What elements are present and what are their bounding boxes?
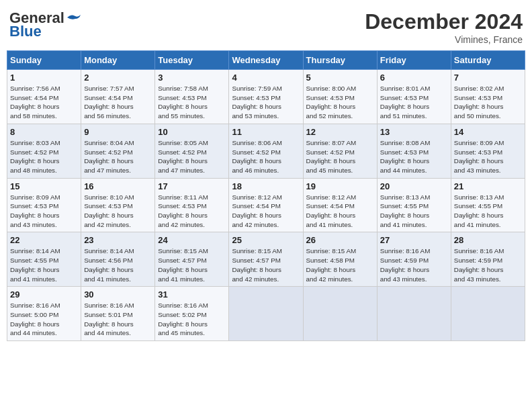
day-number: 8 xyxy=(10,127,78,137)
calendar-cell: 27Sunrise: 8:16 AMSunset: 4:59 PMDayligh… xyxy=(377,232,451,287)
day-number: 5 xyxy=(306,73,374,83)
cell-info: Sunrise: 8:13 AMSunset: 4:55 PMDaylight:… xyxy=(380,193,448,230)
day-number: 27 xyxy=(380,235,448,245)
cell-info: Sunrise: 8:12 AMSunset: 4:54 PMDaylight:… xyxy=(306,193,374,230)
cell-info: Sunrise: 8:04 AMSunset: 4:52 PMDaylight:… xyxy=(84,138,152,175)
location-subtitle: Vimines, France xyxy=(365,34,523,45)
calendar-cell: 5Sunrise: 8:00 AMSunset: 4:53 PMDaylight… xyxy=(303,70,377,124)
week-row-3: 15Sunrise: 8:09 AMSunset: 4:53 PMDayligh… xyxy=(7,178,525,232)
calendar-cell: 7Sunrise: 8:02 AMSunset: 4:53 PMDaylight… xyxy=(451,70,525,124)
day-number: 2 xyxy=(84,73,152,83)
cell-info: Sunrise: 8:14 AMSunset: 4:55 PMDaylight:… xyxy=(10,246,78,283)
cell-info: Sunrise: 8:02 AMSunset: 4:53 PMDaylight:… xyxy=(454,84,522,121)
cell-info: Sunrise: 8:16 AMSunset: 5:00 PMDaylight:… xyxy=(10,301,78,338)
calendar-cell: 3Sunrise: 7:58 AMSunset: 4:53 PMDaylight… xyxy=(155,70,229,124)
calendar-cell: 21Sunrise: 8:13 AMSunset: 4:55 PMDayligh… xyxy=(451,178,525,232)
calendar-cell: 17Sunrise: 8:11 AMSunset: 4:53 PMDayligh… xyxy=(155,178,229,232)
calendar-cell: 16Sunrise: 8:10 AMSunset: 4:53 PMDayligh… xyxy=(81,178,155,232)
day-number: 9 xyxy=(84,127,152,137)
logo: General Blue xyxy=(9,9,81,40)
day-number: 24 xyxy=(158,235,226,245)
cell-info: Sunrise: 8:08 AMSunset: 4:53 PMDaylight:… xyxy=(380,138,448,175)
header-monday: Monday xyxy=(81,51,155,70)
calendar-cell xyxy=(303,287,377,341)
day-number: 19 xyxy=(306,181,374,191)
title-area: December 2024 Vimines, France xyxy=(365,9,523,45)
day-number: 6 xyxy=(380,73,448,83)
day-number: 11 xyxy=(232,127,300,137)
day-number: 1 xyxy=(10,73,78,83)
day-number: 26 xyxy=(306,235,374,245)
day-number: 30 xyxy=(84,289,152,300)
calendar-cell: 1Sunrise: 7:56 AMSunset: 4:54 PMDaylight… xyxy=(7,70,81,124)
cell-info: Sunrise: 8:00 AMSunset: 4:53 PMDaylight:… xyxy=(306,84,374,121)
calendar-cell: 6Sunrise: 8:01 AMSunset: 4:53 PMDaylight… xyxy=(377,70,451,124)
calendar-cell: 29Sunrise: 8:16 AMSunset: 5:00 PMDayligh… xyxy=(7,287,81,341)
day-number: 16 xyxy=(84,181,152,191)
calendar-cell: 10Sunrise: 8:05 AMSunset: 4:52 PMDayligh… xyxy=(155,124,229,178)
calendar-cell: 15Sunrise: 8:09 AMSunset: 4:53 PMDayligh… xyxy=(7,178,81,232)
day-number: 22 xyxy=(10,235,78,245)
cell-info: Sunrise: 8:15 AMSunset: 4:57 PMDaylight:… xyxy=(232,246,300,283)
cell-info: Sunrise: 8:15 AMSunset: 4:57 PMDaylight:… xyxy=(158,246,226,283)
cell-info: Sunrise: 7:58 AMSunset: 4:53 PMDaylight:… xyxy=(158,84,226,121)
week-row-1: 1Sunrise: 7:56 AMSunset: 4:54 PMDaylight… xyxy=(7,70,525,124)
cell-info: Sunrise: 8:05 AMSunset: 4:52 PMDaylight:… xyxy=(158,138,226,175)
cell-info: Sunrise: 7:59 AMSunset: 4:53 PMDaylight:… xyxy=(232,84,300,121)
cell-info: Sunrise: 8:15 AMSunset: 4:58 PMDaylight:… xyxy=(306,246,374,283)
cell-info: Sunrise: 8:03 AMSunset: 4:52 PMDaylight:… xyxy=(10,138,78,175)
calendar-cell: 12Sunrise: 8:07 AMSunset: 4:52 PMDayligh… xyxy=(303,124,377,178)
logo-bird-icon xyxy=(66,12,81,24)
calendar-cell: 13Sunrise: 8:08 AMSunset: 4:53 PMDayligh… xyxy=(377,124,451,178)
header-friday: Friday xyxy=(377,51,451,70)
calendar-cell: 30Sunrise: 8:16 AMSunset: 5:01 PMDayligh… xyxy=(81,287,155,341)
calendar-cell: 20Sunrise: 8:13 AMSunset: 4:55 PMDayligh… xyxy=(377,178,451,232)
page-header: General Blue December 2024 Vimines, Fran… xyxy=(7,7,525,45)
day-number: 4 xyxy=(232,73,300,83)
cell-info: Sunrise: 8:14 AMSunset: 4:56 PMDaylight:… xyxy=(84,246,152,283)
calendar-cell: 26Sunrise: 8:15 AMSunset: 4:58 PMDayligh… xyxy=(303,232,377,287)
cell-info: Sunrise: 8:16 AMSunset: 4:59 PMDaylight:… xyxy=(380,246,448,283)
day-number: 17 xyxy=(158,181,226,191)
calendar-cell: 28Sunrise: 8:16 AMSunset: 4:59 PMDayligh… xyxy=(451,232,525,287)
cell-info: Sunrise: 8:01 AMSunset: 4:53 PMDaylight:… xyxy=(380,84,448,121)
calendar-cell: 2Sunrise: 7:57 AMSunset: 4:54 PMDaylight… xyxy=(81,70,155,124)
calendar-cell: 25Sunrise: 8:15 AMSunset: 4:57 PMDayligh… xyxy=(229,232,303,287)
cell-info: Sunrise: 8:11 AMSunset: 4:53 PMDaylight:… xyxy=(158,193,226,230)
calendar-cell: 9Sunrise: 8:04 AMSunset: 4:52 PMDaylight… xyxy=(81,124,155,178)
calendar-cell xyxy=(377,287,451,341)
day-number: 23 xyxy=(84,235,152,245)
day-number: 28 xyxy=(454,235,522,245)
calendar-header-row: SundayMondayTuesdayWednesdayThursdayFrid… xyxy=(7,51,525,70)
day-number: 10 xyxy=(158,127,226,137)
calendar-cell: 31Sunrise: 8:16 AMSunset: 5:02 PMDayligh… xyxy=(155,287,229,341)
calendar-cell: 22Sunrise: 8:14 AMSunset: 4:55 PMDayligh… xyxy=(7,232,81,287)
cell-info: Sunrise: 8:09 AMSunset: 4:53 PMDaylight:… xyxy=(10,193,78,230)
calendar-cell: 24Sunrise: 8:15 AMSunset: 4:57 PMDayligh… xyxy=(155,232,229,287)
calendar-cell: 11Sunrise: 8:06 AMSunset: 4:52 PMDayligh… xyxy=(229,124,303,178)
week-row-2: 8Sunrise: 8:03 AMSunset: 4:52 PMDaylight… xyxy=(7,124,525,178)
cell-info: Sunrise: 7:57 AMSunset: 4:54 PMDaylight:… xyxy=(84,84,152,121)
calendar-cell: 23Sunrise: 8:14 AMSunset: 4:56 PMDayligh… xyxy=(81,232,155,287)
header-thursday: Thursday xyxy=(303,51,377,70)
day-number: 20 xyxy=(380,181,448,191)
day-number: 15 xyxy=(10,181,78,191)
calendar-cell: 18Sunrise: 8:12 AMSunset: 4:54 PMDayligh… xyxy=(229,178,303,232)
day-number: 7 xyxy=(454,73,522,83)
header-sunday: Sunday xyxy=(7,51,81,70)
calendar-cell: 4Sunrise: 7:59 AMSunset: 4:53 PMDaylight… xyxy=(229,70,303,124)
week-row-4: 22Sunrise: 8:14 AMSunset: 4:55 PMDayligh… xyxy=(7,232,525,287)
cell-info: Sunrise: 8:06 AMSunset: 4:52 PMDaylight:… xyxy=(232,138,300,175)
cell-info: Sunrise: 8:16 AMSunset: 4:59 PMDaylight:… xyxy=(454,246,522,283)
calendar-cell: 14Sunrise: 8:09 AMSunset: 4:53 PMDayligh… xyxy=(451,124,525,178)
calendar-table: SundayMondayTuesdayWednesdayThursdayFrid… xyxy=(7,50,525,341)
calendar-cell xyxy=(229,287,303,341)
day-number: 31 xyxy=(158,289,226,300)
day-number: 14 xyxy=(454,127,522,137)
cell-info: Sunrise: 7:56 AMSunset: 4:54 PMDaylight:… xyxy=(10,84,78,121)
calendar-cell: 8Sunrise: 8:03 AMSunset: 4:52 PMDaylight… xyxy=(7,124,81,178)
header-saturday: Saturday xyxy=(451,51,525,70)
week-row-5: 29Sunrise: 8:16 AMSunset: 5:00 PMDayligh… xyxy=(7,287,525,341)
cell-info: Sunrise: 8:07 AMSunset: 4:52 PMDaylight:… xyxy=(306,138,374,175)
day-number: 25 xyxy=(232,235,300,245)
